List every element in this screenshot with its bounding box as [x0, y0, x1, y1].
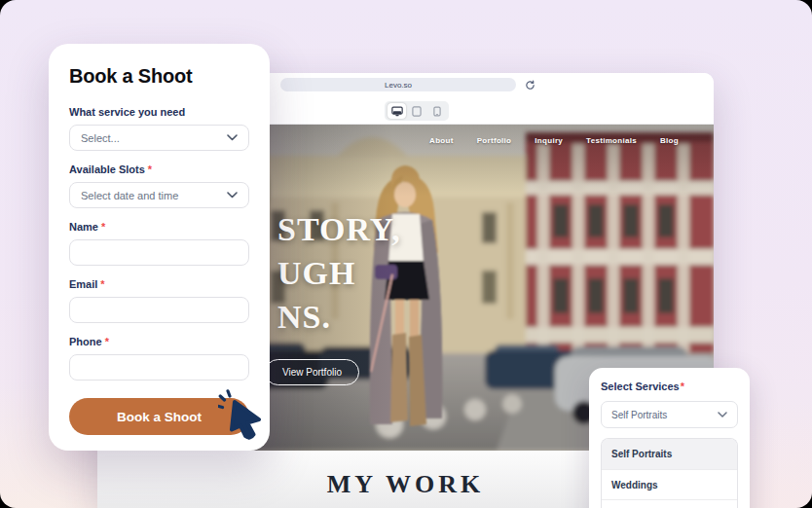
nav-testimonials[interactable]: Testimonials: [586, 136, 637, 145]
screenshot-canvas: Levo.so: [0, 0, 812, 508]
hero-heading-line: STORY,: [277, 207, 401, 251]
name-label: Name*: [69, 221, 249, 234]
chevron-down-icon: [227, 192, 238, 199]
phone-field[interactable]: [69, 354, 249, 381]
site-nav: About Portfolio Inquiry Testimonials Blo…: [429, 136, 679, 145]
email-field[interactable]: [69, 297, 249, 323]
mobile-icon[interactable]: [427, 103, 446, 119]
option-street-travel[interactable]: Street & Travel: [602, 499, 737, 508]
chevron-down-icon: [227, 134, 238, 141]
desktop-icon[interactable]: [388, 103, 406, 119]
services-select[interactable]: Self Portraits: [601, 401, 738, 428]
services-label: Select Services*: [601, 381, 738, 392]
url-bar[interactable]: Levo.so: [280, 78, 516, 91]
chevron-down-icon: [718, 412, 727, 417]
email-label: Email*: [69, 278, 249, 291]
booking-form-card: Book a Shoot What service you need Selec…: [49, 44, 270, 451]
nav-blog[interactable]: Blog: [660, 136, 679, 145]
service-select-placeholder: Select...: [81, 132, 120, 144]
required-marker: *: [105, 336, 109, 347]
nav-inquiry[interactable]: Inquiry: [535, 136, 563, 145]
url-text: Levo.so: [385, 81, 412, 90]
service-select[interactable]: Select...: [69, 125, 249, 151]
nav-portfolio[interactable]: Portfolio: [477, 136, 512, 145]
name-field[interactable]: [69, 239, 249, 266]
services-selected-value: Self Portraits: [611, 410, 667, 420]
services-label-text: Select Services: [601, 381, 680, 392]
service-label: What service you need: [69, 106, 249, 119]
required-marker: *: [681, 381, 684, 392]
required-marker: *: [101, 221, 105, 233]
required-marker: *: [148, 163, 152, 175]
book-a-shoot-button[interactable]: Book a Shoot: [69, 398, 249, 435]
view-portfolio-button[interactable]: View Portfolio: [265, 359, 359, 385]
device-toggle-group: [385, 101, 449, 121]
hero-heading: STORY, UGH NS.: [277, 207, 401, 339]
hero-heading-line: UGH: [277, 251, 401, 295]
option-weddings[interactable]: Weddings: [602, 469, 737, 499]
tablet-icon[interactable]: [408, 103, 426, 119]
hero-heading-line: NS.: [277, 295, 401, 339]
required-marker: *: [100, 278, 104, 290]
services-dropdown-card: Select Services* Self Portraits Self Por…: [589, 368, 750, 508]
form-title: Book a Shoot: [69, 65, 249, 88]
services-options-list: Self Portraits Weddings Street & Travel: [601, 438, 738, 508]
slots-select-placeholder: Select date and time: [81, 190, 178, 201]
slots-select[interactable]: Select date and time: [69, 182, 249, 208]
section-title: MY WORK: [327, 470, 485, 499]
slots-label: Available Slots*: [69, 163, 249, 176]
refresh-icon[interactable]: [523, 78, 536, 91]
nav-about[interactable]: About: [429, 136, 454, 145]
phone-label: Phone*: [69, 336, 249, 348]
option-self-portraits[interactable]: Self Portraits: [602, 439, 737, 469]
